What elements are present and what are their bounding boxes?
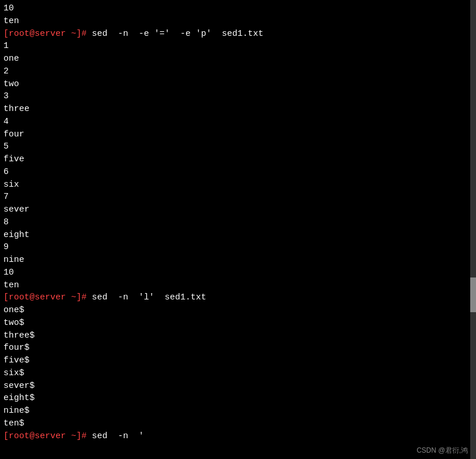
- output-line: nine$: [3, 405, 473, 417]
- output-line: 5: [3, 140, 473, 153]
- output-line: eight: [3, 229, 473, 242]
- output-line: 1: [3, 40, 473, 53]
- prompt-line: [root@server ~]# sed -n ': [3, 430, 473, 443]
- output-line: 8: [3, 216, 473, 229]
- output-line: ten: [3, 279, 473, 292]
- output-line: six: [3, 179, 473, 191]
- output-line: two: [3, 78, 473, 91]
- output-line: one: [3, 53, 473, 65]
- output-line: one$: [3, 304, 473, 317]
- output-line: 2: [3, 65, 473, 78]
- output-line: five$: [3, 354, 473, 367]
- output-line: sever: [3, 203, 473, 216]
- output-line: nine: [3, 254, 473, 266]
- output-line: five: [3, 153, 473, 166]
- output-line: 4: [3, 116, 473, 128]
- output-line: three$: [3, 330, 473, 342]
- output-line: eight$: [3, 392, 473, 405]
- output-line: 9: [3, 241, 473, 254]
- output-line: sever$: [3, 380, 473, 393]
- output-line: 3: [3, 90, 473, 103]
- output-line: six$: [3, 367, 473, 380]
- prompt-line: [root@server ~]# sed -n -e '=' -e 'p' se…: [3, 28, 473, 40]
- output-line: four$: [3, 342, 473, 354]
- output-line: 6: [3, 166, 473, 179]
- output-line: four: [3, 128, 473, 141]
- output-line: 7: [3, 191, 473, 203]
- output-line: ten$: [3, 417, 473, 430]
- watermark: CSDN @君衍,鸿: [416, 446, 468, 456]
- scrollbar[interactable]: [470, 0, 476, 459]
- prompt-line: [root@server ~]# sed -n 'l' sed1.txt: [3, 291, 473, 304]
- output-line: ten: [3, 15, 473, 28]
- output-line: three: [3, 103, 473, 116]
- terminal: 10ten[root@server ~]# sed -n -e '=' -e '…: [0, 0, 476, 459]
- output-line: 10: [3, 266, 473, 279]
- output-line: two$: [3, 317, 473, 330]
- scrollbar-thumb[interactable]: [470, 277, 476, 312]
- output-line: 10: [3, 2, 473, 15]
